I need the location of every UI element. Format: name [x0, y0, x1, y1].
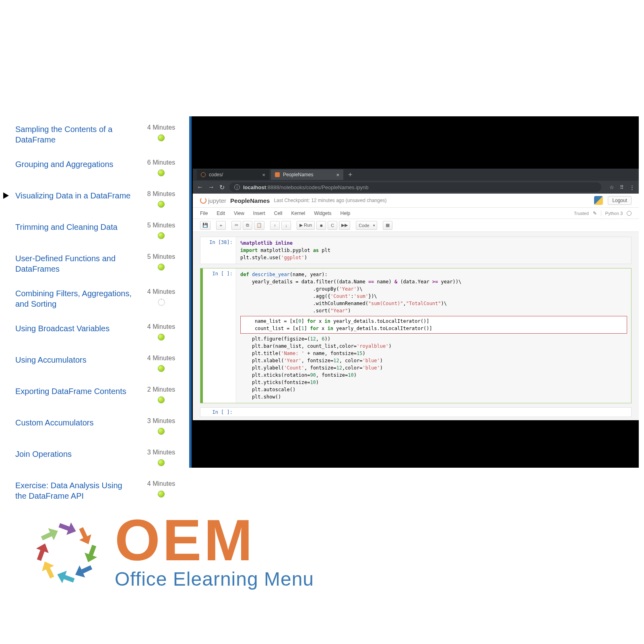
oem-arrows-icon: [26, 514, 107, 587]
browser-window: codes/ × PeopleNames × + ← → ↻ i localho…: [193, 169, 639, 420]
course-item-title[interactable]: Combining Filters, Aggregations, and Sor…: [15, 288, 132, 309]
cell-editor[interactable]: %matplotlib inlineimport matplotlib.pypl…: [236, 237, 631, 264]
course-item[interactable]: Using Broadcast Variables4 Minutes: [15, 323, 180, 341]
course-item-duration: 3 Minutes: [147, 417, 175, 425]
url-input[interactable]: i localhost:8888/notebooks/codes/PeopleN…: [229, 182, 601, 192]
course-item-title[interactable]: Join Operations: [15, 449, 72, 459]
close-icon[interactable]: ×: [336, 172, 339, 178]
run-button[interactable]: ▶ Run: [297, 221, 315, 230]
status-complete-icon: [158, 201, 165, 208]
course-item-duration: 4 Minutes: [147, 355, 175, 362]
course-item-duration: 4 Minutes: [147, 323, 175, 330]
jupyter-app: jupyter PeopleNames Last Checkpoint: 12 …: [193, 194, 639, 420]
menu-cell[interactable]: Cell: [274, 211, 283, 216]
course-item-title[interactable]: Grouping and Aggregations: [15, 159, 114, 169]
bookmark-icon[interactable]: ☆: [609, 184, 614, 190]
menu-insert[interactable]: Insert: [253, 211, 265, 216]
course-item[interactable]: Combining Filters, Aggregations, and Sor…: [15, 288, 180, 309]
reload-button[interactable]: ↻: [219, 184, 225, 191]
logout-button[interactable]: Logout: [608, 196, 632, 205]
course-item-title[interactable]: Using Broadcast Variables: [15, 323, 109, 334]
notebook-body[interactable]: In [38]:%matplotlib inlineimport matplot…: [193, 232, 639, 420]
overflow-menu-icon[interactable]: ⋮: [630, 184, 635, 190]
command-palette-button[interactable]: ▦: [383, 221, 392, 230]
code-cell[interactable]: In [ ]:: [200, 407, 632, 417]
status-complete-icon: [158, 396, 165, 403]
course-item-title[interactable]: Visualizing Data in a DataFrame: [15, 190, 130, 201]
menu-view[interactable]: View: [234, 211, 244, 216]
menu-kernel[interactable]: Kernel: [291, 211, 305, 216]
status-complete-icon: [158, 491, 165, 497]
interrupt-button[interactable]: ■: [316, 221, 326, 230]
status-complete-icon: [158, 134, 165, 141]
course-item-duration: 4 Minutes: [147, 124, 175, 131]
jupyter-logo: jupyter: [200, 197, 226, 204]
oem-title: OEM: [115, 511, 314, 570]
folder-icon: [201, 172, 206, 177]
browser-urlbar: ← → ↻ i localhost:8888/notebooks/codes/P…: [193, 181, 639, 194]
python-icon: [594, 196, 603, 205]
menu-help[interactable]: Help: [341, 211, 351, 216]
cell-prompt: In [ ]:: [200, 408, 236, 417]
cell-prompt: In [ ]:: [200, 268, 236, 403]
course-item-title[interactable]: Sampling the Contents of a DataFrame: [15, 124, 132, 145]
course-item[interactable]: Visualizing Data in a DataFrame8 Minutes: [15, 190, 180, 208]
profile-icon[interactable]: ⠿: [620, 184, 624, 190]
move-down-button[interactable]: ↓: [281, 221, 291, 230]
course-item[interactable]: Exercise: Data Analysis Using the DataFr…: [15, 480, 180, 501]
browser-tab[interactable]: PeopleNames ×: [271, 169, 343, 180]
course-item-title[interactable]: Custom Accumulators: [15, 417, 94, 428]
course-item-duration: 4 Minutes: [147, 288, 175, 295]
course-item-duration: 5 Minutes: [147, 253, 175, 260]
browser-tab[interactable]: codes/ ×: [197, 169, 269, 180]
course-item[interactable]: Join Operations3 Minutes: [15, 449, 180, 466]
course-item[interactable]: User-Defined Functions and DataFrames5 M…: [15, 253, 180, 274]
code-cell[interactable]: In [ ]:def describe_year(name, year): ye…: [200, 268, 632, 403]
current-indicator-icon: [3, 192, 9, 199]
status-complete-icon: [158, 232, 165, 239]
edit-icon[interactable]: ✎: [593, 211, 597, 216]
site-info-icon[interactable]: i: [234, 184, 240, 190]
highlighted-code: name_list = [x[0] for x in yearly_detail…: [240, 316, 627, 334]
kernel-name[interactable]: Python 3: [605, 211, 623, 216]
course-item[interactable]: Sampling the Contents of a DataFrame4 Mi…: [15, 124, 180, 145]
cell-editor[interactable]: def describe_year(name, year): yearly_de…: [236, 268, 631, 403]
code-cell[interactable]: In [38]:%matplotlib inlineimport matplot…: [200, 237, 632, 264]
save-button[interactable]: 💾: [200, 221, 211, 230]
tab-label: codes/: [209, 172, 223, 178]
new-tab-button[interactable]: +: [345, 171, 356, 179]
close-icon[interactable]: ×: [262, 172, 265, 178]
status-complete-icon: [158, 169, 165, 176]
copy-button[interactable]: ⧉: [243, 221, 252, 230]
cut-button[interactable]: ✂: [231, 221, 241, 230]
restart-run-button[interactable]: ▶▶: [339, 221, 350, 230]
jupyter-toolbar: 💾 + ✂ ⧉ 📋 ↑ ↓ ▶ Run ■ C ▶▶ Code ▦: [193, 219, 639, 232]
course-item[interactable]: Trimming and Cleaning Data5 Minutes: [15, 222, 180, 239]
tab-label: PeopleNames: [283, 172, 313, 178]
restart-button[interactable]: C: [328, 221, 337, 230]
course-item[interactable]: Custom Accumulators3 Minutes: [15, 417, 180, 435]
back-button[interactable]: ←: [197, 184, 203, 191]
course-item-title[interactable]: Using Accumulators: [15, 355, 87, 365]
course-item-title[interactable]: Exporting DataFrame Contents: [15, 386, 126, 396]
course-item-duration: 8 Minutes: [147, 190, 175, 198]
status-complete-icon: [158, 334, 165, 341]
notebook-title[interactable]: PeopleNames: [230, 197, 270, 204]
paste-button[interactable]: 📋: [254, 221, 264, 230]
course-item[interactable]: Using Accumulators4 Minutes: [15, 355, 180, 372]
forward-button[interactable]: →: [208, 184, 215, 191]
menu-file[interactable]: File: [200, 211, 208, 216]
menu-widgets[interactable]: Widgets: [314, 211, 331, 216]
oem-subtitle: Office Elearning Menu: [115, 568, 314, 590]
celltype-select[interactable]: Code: [356, 221, 377, 230]
course-item-title[interactable]: Exercise: Data Analysis Using the DataFr…: [15, 480, 132, 501]
course-item[interactable]: Grouping and Aggregations6 Minutes: [15, 159, 180, 176]
jupyter-logo-icon: [200, 197, 206, 204]
menu-edit[interactable]: Edit: [217, 211, 225, 216]
course-item-title[interactable]: Trimming and Cleaning Data: [15, 222, 118, 232]
move-up-button[interactable]: ↑: [270, 221, 280, 230]
course-item[interactable]: Exporting DataFrame Contents2 Minutes: [15, 386, 180, 403]
course-sidebar: Sampling the Contents of a DataFrame4 Mi…: [15, 124, 180, 515]
course-item-title[interactable]: User-Defined Functions and DataFrames: [15, 253, 132, 274]
add-cell-button[interactable]: +: [216, 221, 226, 230]
